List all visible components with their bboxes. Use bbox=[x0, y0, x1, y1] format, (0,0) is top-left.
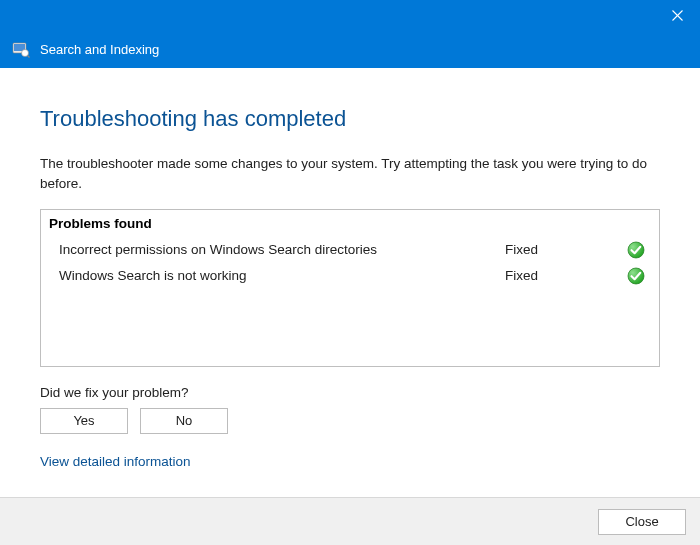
checkmark-icon bbox=[625, 241, 645, 259]
title-bar bbox=[0, 0, 700, 30]
view-detailed-information-link[interactable]: View detailed information bbox=[40, 454, 191, 469]
description-text: The troubleshooter made some changes to … bbox=[40, 154, 660, 195]
no-button[interactable]: No bbox=[140, 408, 228, 434]
troubleshooter-icon bbox=[12, 40, 30, 58]
problem-status: Fixed bbox=[505, 268, 625, 283]
svg-line-5 bbox=[28, 56, 30, 58]
header-bar: Search and Indexing bbox=[0, 30, 700, 68]
checkmark-icon bbox=[625, 267, 645, 285]
problem-row: Windows Search is not working Fixed bbox=[41, 263, 659, 289]
problem-name: Windows Search is not working bbox=[59, 268, 505, 283]
footer-bar: Close bbox=[0, 497, 700, 545]
feedback-section: Did we fix your problem? Yes No bbox=[40, 385, 660, 434]
svg-point-4 bbox=[22, 50, 29, 57]
feedback-question: Did we fix your problem? bbox=[40, 385, 660, 400]
header-title: Search and Indexing bbox=[40, 42, 159, 57]
content-area: Troubleshooting has completed The troubl… bbox=[0, 68, 700, 470]
close-button[interactable]: Close bbox=[598, 509, 686, 535]
problem-row: Incorrect permissions on Windows Search … bbox=[41, 237, 659, 263]
problems-header: Problems found bbox=[41, 210, 659, 237]
problem-status: Fixed bbox=[505, 242, 625, 257]
window-close-button[interactable] bbox=[654, 0, 700, 30]
svg-point-7 bbox=[628, 268, 644, 284]
problems-found-box: Problems found Incorrect permissions on … bbox=[40, 209, 660, 367]
svg-point-6 bbox=[628, 242, 644, 258]
close-icon bbox=[672, 10, 683, 21]
main-heading: Troubleshooting has completed bbox=[40, 106, 660, 132]
yes-button[interactable]: Yes bbox=[40, 408, 128, 434]
problem-name: Incorrect permissions on Windows Search … bbox=[59, 242, 505, 257]
feedback-buttons: Yes No bbox=[40, 408, 660, 434]
